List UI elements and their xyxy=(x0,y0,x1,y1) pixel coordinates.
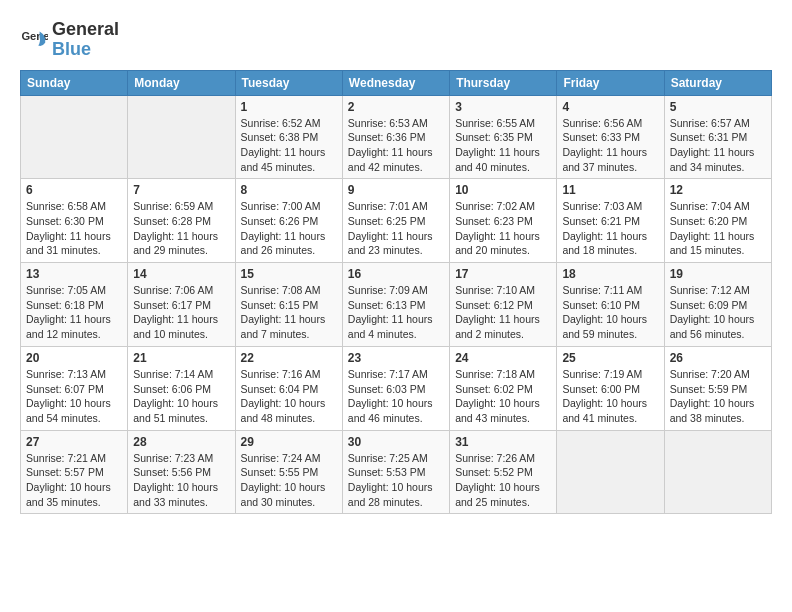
day-info: Sunrise: 7:02 AM Sunset: 6:23 PM Dayligh… xyxy=(455,199,551,258)
day-number: 18 xyxy=(562,267,658,281)
day-number: 28 xyxy=(133,435,229,449)
calendar-cell: 6Sunrise: 6:58 AM Sunset: 6:30 PM Daylig… xyxy=(21,179,128,263)
day-number: 21 xyxy=(133,351,229,365)
calendar-cell: 28Sunrise: 7:23 AM Sunset: 5:56 PM Dayli… xyxy=(128,430,235,514)
calendar-cell: 23Sunrise: 7:17 AM Sunset: 6:03 PM Dayli… xyxy=(342,346,449,430)
calendar-cell: 19Sunrise: 7:12 AM Sunset: 6:09 PM Dayli… xyxy=(664,263,771,347)
day-number: 19 xyxy=(670,267,766,281)
day-info: Sunrise: 7:05 AM Sunset: 6:18 PM Dayligh… xyxy=(26,283,122,342)
day-info: Sunrise: 6:59 AM Sunset: 6:28 PM Dayligh… xyxy=(133,199,229,258)
calendar-cell: 1Sunrise: 6:52 AM Sunset: 6:38 PM Daylig… xyxy=(235,95,342,179)
calendar-cell: 31Sunrise: 7:26 AM Sunset: 5:52 PM Dayli… xyxy=(450,430,557,514)
calendar-cell: 17Sunrise: 7:10 AM Sunset: 6:12 PM Dayli… xyxy=(450,263,557,347)
calendar-cell: 26Sunrise: 7:20 AM Sunset: 5:59 PM Dayli… xyxy=(664,346,771,430)
calendar-cell: 10Sunrise: 7:02 AM Sunset: 6:23 PM Dayli… xyxy=(450,179,557,263)
calendar-cell: 16Sunrise: 7:09 AM Sunset: 6:13 PM Dayli… xyxy=(342,263,449,347)
day-number: 9 xyxy=(348,183,444,197)
day-of-week-header: Saturday xyxy=(664,70,771,95)
day-info: Sunrise: 7:13 AM Sunset: 6:07 PM Dayligh… xyxy=(26,367,122,426)
day-info: Sunrise: 7:11 AM Sunset: 6:10 PM Dayligh… xyxy=(562,283,658,342)
page-header: General GeneralBlue xyxy=(20,20,772,60)
day-number: 1 xyxy=(241,100,337,114)
day-number: 25 xyxy=(562,351,658,365)
day-info: Sunrise: 7:18 AM Sunset: 6:02 PM Dayligh… xyxy=(455,367,551,426)
calendar-cell: 25Sunrise: 7:19 AM Sunset: 6:00 PM Dayli… xyxy=(557,346,664,430)
calendar-cell: 14Sunrise: 7:06 AM Sunset: 6:17 PM Dayli… xyxy=(128,263,235,347)
calendar-cell: 21Sunrise: 7:14 AM Sunset: 6:06 PM Dayli… xyxy=(128,346,235,430)
calendar-cell: 18Sunrise: 7:11 AM Sunset: 6:10 PM Dayli… xyxy=(557,263,664,347)
day-info: Sunrise: 7:19 AM Sunset: 6:00 PM Dayligh… xyxy=(562,367,658,426)
calendar-cell xyxy=(128,95,235,179)
day-number: 30 xyxy=(348,435,444,449)
day-number: 5 xyxy=(670,100,766,114)
calendar-cell: 5Sunrise: 6:57 AM Sunset: 6:31 PM Daylig… xyxy=(664,95,771,179)
calendar-cell: 2Sunrise: 6:53 AM Sunset: 6:36 PM Daylig… xyxy=(342,95,449,179)
day-number: 31 xyxy=(455,435,551,449)
day-of-week-header: Friday xyxy=(557,70,664,95)
day-number: 27 xyxy=(26,435,122,449)
day-info: Sunrise: 7:24 AM Sunset: 5:55 PM Dayligh… xyxy=(241,451,337,510)
day-info: Sunrise: 7:04 AM Sunset: 6:20 PM Dayligh… xyxy=(670,199,766,258)
day-number: 24 xyxy=(455,351,551,365)
day-of-week-header: Monday xyxy=(128,70,235,95)
day-info: Sunrise: 7:21 AM Sunset: 5:57 PM Dayligh… xyxy=(26,451,122,510)
calendar-cell: 20Sunrise: 7:13 AM Sunset: 6:07 PM Dayli… xyxy=(21,346,128,430)
day-number: 6 xyxy=(26,183,122,197)
day-number: 4 xyxy=(562,100,658,114)
calendar-cell xyxy=(557,430,664,514)
day-info: Sunrise: 6:58 AM Sunset: 6:30 PM Dayligh… xyxy=(26,199,122,258)
calendar-cell: 9Sunrise: 7:01 AM Sunset: 6:25 PM Daylig… xyxy=(342,179,449,263)
day-info: Sunrise: 7:01 AM Sunset: 6:25 PM Dayligh… xyxy=(348,199,444,258)
day-info: Sunrise: 7:00 AM Sunset: 6:26 PM Dayligh… xyxy=(241,199,337,258)
calendar-cell: 7Sunrise: 6:59 AM Sunset: 6:28 PM Daylig… xyxy=(128,179,235,263)
calendar-cell: 3Sunrise: 6:55 AM Sunset: 6:35 PM Daylig… xyxy=(450,95,557,179)
logo: General GeneralBlue xyxy=(20,20,119,60)
day-of-week-header: Thursday xyxy=(450,70,557,95)
day-info: Sunrise: 7:12 AM Sunset: 6:09 PM Dayligh… xyxy=(670,283,766,342)
day-number: 8 xyxy=(241,183,337,197)
calendar-header-row: SundayMondayTuesdayWednesdayThursdayFrid… xyxy=(21,70,772,95)
day-info: Sunrise: 7:03 AM Sunset: 6:21 PM Dayligh… xyxy=(562,199,658,258)
day-number: 12 xyxy=(670,183,766,197)
calendar-cell: 30Sunrise: 7:25 AM Sunset: 5:53 PM Dayli… xyxy=(342,430,449,514)
logo-icon: General xyxy=(20,26,48,54)
day-number: 17 xyxy=(455,267,551,281)
calendar-cell: 22Sunrise: 7:16 AM Sunset: 6:04 PM Dayli… xyxy=(235,346,342,430)
day-info: Sunrise: 7:10 AM Sunset: 6:12 PM Dayligh… xyxy=(455,283,551,342)
day-number: 23 xyxy=(348,351,444,365)
calendar-cell xyxy=(21,95,128,179)
day-number: 3 xyxy=(455,100,551,114)
calendar-week-row: 20Sunrise: 7:13 AM Sunset: 6:07 PM Dayli… xyxy=(21,346,772,430)
day-number: 29 xyxy=(241,435,337,449)
calendar-week-row: 6Sunrise: 6:58 AM Sunset: 6:30 PM Daylig… xyxy=(21,179,772,263)
calendar-week-row: 13Sunrise: 7:05 AM Sunset: 6:18 PM Dayli… xyxy=(21,263,772,347)
day-info: Sunrise: 7:08 AM Sunset: 6:15 PM Dayligh… xyxy=(241,283,337,342)
day-info: Sunrise: 7:06 AM Sunset: 6:17 PM Dayligh… xyxy=(133,283,229,342)
calendar-cell: 11Sunrise: 7:03 AM Sunset: 6:21 PM Dayli… xyxy=(557,179,664,263)
calendar-week-row: 1Sunrise: 6:52 AM Sunset: 6:38 PM Daylig… xyxy=(21,95,772,179)
day-info: Sunrise: 6:53 AM Sunset: 6:36 PM Dayligh… xyxy=(348,116,444,175)
day-info: Sunrise: 7:16 AM Sunset: 6:04 PM Dayligh… xyxy=(241,367,337,426)
day-info: Sunrise: 7:26 AM Sunset: 5:52 PM Dayligh… xyxy=(455,451,551,510)
calendar-table: SundayMondayTuesdayWednesdayThursdayFrid… xyxy=(20,70,772,515)
day-number: 2 xyxy=(348,100,444,114)
day-of-week-header: Tuesday xyxy=(235,70,342,95)
day-of-week-header: Wednesday xyxy=(342,70,449,95)
day-number: 16 xyxy=(348,267,444,281)
day-number: 11 xyxy=(562,183,658,197)
day-number: 22 xyxy=(241,351,337,365)
day-number: 14 xyxy=(133,267,229,281)
calendar-cell: 15Sunrise: 7:08 AM Sunset: 6:15 PM Dayli… xyxy=(235,263,342,347)
calendar-cell: 24Sunrise: 7:18 AM Sunset: 6:02 PM Dayli… xyxy=(450,346,557,430)
day-info: Sunrise: 7:14 AM Sunset: 6:06 PM Dayligh… xyxy=(133,367,229,426)
calendar-cell: 4Sunrise: 6:56 AM Sunset: 6:33 PM Daylig… xyxy=(557,95,664,179)
day-number: 13 xyxy=(26,267,122,281)
day-info: Sunrise: 6:52 AM Sunset: 6:38 PM Dayligh… xyxy=(241,116,337,175)
day-info: Sunrise: 7:25 AM Sunset: 5:53 PM Dayligh… xyxy=(348,451,444,510)
calendar-cell: 27Sunrise: 7:21 AM Sunset: 5:57 PM Dayli… xyxy=(21,430,128,514)
day-info: Sunrise: 7:20 AM Sunset: 5:59 PM Dayligh… xyxy=(670,367,766,426)
calendar-week-row: 27Sunrise: 7:21 AM Sunset: 5:57 PM Dayli… xyxy=(21,430,772,514)
calendar-cell: 12Sunrise: 7:04 AM Sunset: 6:20 PM Dayli… xyxy=(664,179,771,263)
day-number: 20 xyxy=(26,351,122,365)
day-info: Sunrise: 6:55 AM Sunset: 6:35 PM Dayligh… xyxy=(455,116,551,175)
